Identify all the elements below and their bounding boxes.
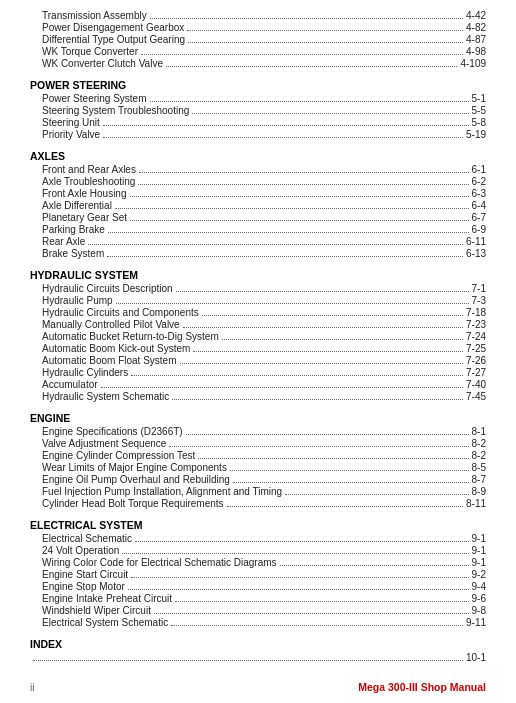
entry-title: WK Converter Clutch Valve [42,58,163,69]
entry-title: Hydraulic Cylinders [42,367,128,378]
dots [116,303,469,304]
toc-entry: WK Torque Converter4-98 [30,46,486,57]
toc-section-5: ELECTRICAL SYSTEMElectrical Schematic9-1… [30,519,486,628]
entry-title: Hydraulic Circuits Description [42,283,173,294]
entry-page: 9-11 [466,617,486,628]
entry-page: 6-11 [466,236,486,247]
toc-entry: Power Disengagement Gearbox4-82 [30,22,486,33]
dots [285,494,468,495]
dots [131,375,463,376]
toc-entry: Cylinder Head Bolt Torque Requirements8-… [30,498,486,509]
toc-section-4: ENGINEEngine Specifications (D2366T)8-1V… [30,412,486,509]
dots [192,113,468,114]
toc-entry: Engine Start Circuit9-2 [30,569,486,580]
entry-title: Brake System [42,248,104,259]
section-header-6: INDEX [30,638,486,650]
entry-page: 9-2 [472,569,486,580]
footer-page-number: ii [30,682,34,693]
entry-title: Cylinder Head Bolt Torque Requirements [42,498,224,509]
dots [101,387,463,388]
dots [33,660,463,661]
toc-entry: Parking Brake6-9 [30,224,486,235]
toc-section-2: AXLESFront and Rear Axles6-1Axle Trouble… [30,150,486,259]
toc-entry: Engine Stop Motor9-4 [30,581,486,592]
entry-title: Wear Limits of Major Engine Components [42,462,227,473]
entry-title: Power Steering System [42,93,147,104]
entry-page: 7-40 [466,379,486,390]
entry-title: Electrical Schematic [42,533,132,544]
entry-page: 8-7 [472,474,486,485]
toc-entry: Hydraulic Circuits Description7-1 [30,283,486,294]
entry-page: 8-2 [472,438,486,449]
dots [103,137,463,138]
entry-page: 4-98 [466,46,486,57]
footer: ii Mega 300-III Shop Manual [30,681,486,693]
dots [130,196,469,197]
toc-entry: Electrical System Schematic9-11 [30,617,486,628]
entry-page: 7-3 [472,295,486,306]
section-header-1: POWER STEERING [30,79,486,91]
toc-section-1: POWER STEERINGPower Steering System5-1St… [30,79,486,140]
toc-entry: Hydraulic Cylinders7-27 [30,367,486,378]
toc-entry: Manually Controlled Pilot Valve7-23 [30,319,486,330]
entry-title: Steering Unit [42,117,100,128]
entry-page: 6-9 [472,224,486,235]
entry-title: Transmission Assembly [42,10,147,21]
entry-title: WK Torque Converter [42,46,138,57]
entry-page: 9-1 [472,545,486,556]
dots [183,327,463,328]
entry-title: Planetary Gear Set [42,212,127,223]
entry-page: 6-3 [472,188,486,199]
toc-entry: Windshield Wiper Circuit9-8 [30,605,486,616]
section-header-2: AXLES [30,150,486,162]
toc-entry: Steering Unit5-8 [30,117,486,128]
toc-entry: Rear Axle6-11 [30,236,486,247]
entry-page: 5-8 [472,117,486,128]
toc-entry: Brake System6-13 [30,248,486,259]
entry-page: 7-45 [466,391,486,402]
dots [230,470,469,471]
dots [115,208,469,209]
section-header-4: ENGINE [30,412,486,424]
entry-page: 4-87 [466,34,486,45]
dots [130,220,469,221]
toc-entry: Automatic Boom Float System7-26 [30,355,486,366]
toc-entry: Priority Valve5-19 [30,129,486,140]
toc-section-6: INDEX10-1 [30,638,486,663]
dots [222,339,463,340]
dots [171,625,463,626]
dots [280,565,469,566]
toc-entry: Front Axle Housing6-3 [30,188,486,199]
toc-entry: Axle Troubleshooting6-2 [30,176,486,187]
entry-page: 5-5 [472,105,486,116]
entry-page: 7-23 [466,319,486,330]
entry-title: Automatic Boom Float System [42,355,177,366]
entry-page: 6-7 [472,212,486,223]
entry-page: 9-1 [472,533,486,544]
dots [227,506,463,507]
entry-title: Rear Axle [42,236,85,247]
toc-entry: 24 Volt Operation9-1 [30,545,486,556]
entry-page: 9-6 [472,593,486,604]
dots [193,351,463,352]
dots [233,482,469,483]
entry-title: Engine Stop Motor [42,581,125,592]
entry-page: 6-1 [472,164,486,175]
entry-title: Automatic Boom Kick-out System [42,343,190,354]
toc-entry: Axle Differential6-4 [30,200,486,211]
entry-page: 7-1 [472,283,486,294]
entry-title: Differential Type Output Gearing [42,34,185,45]
dots [135,541,469,542]
dots [202,315,463,316]
entry-title: Front Axle Housing [42,188,127,199]
toc-entry: Hydraulic Pump7-3 [30,295,486,306]
entry-page: 6-13 [466,248,486,259]
dots [141,54,463,55]
toc-entry: Power Steering System5-1 [30,93,486,104]
entry-page: 7-26 [466,355,486,366]
dots [198,458,468,459]
entry-page: 7-27 [466,367,486,378]
dots [150,18,463,19]
toc-entry: Engine Intake Preheat Circuit9-6 [30,593,486,604]
entry-title: Hydraulic Pump [42,295,113,306]
